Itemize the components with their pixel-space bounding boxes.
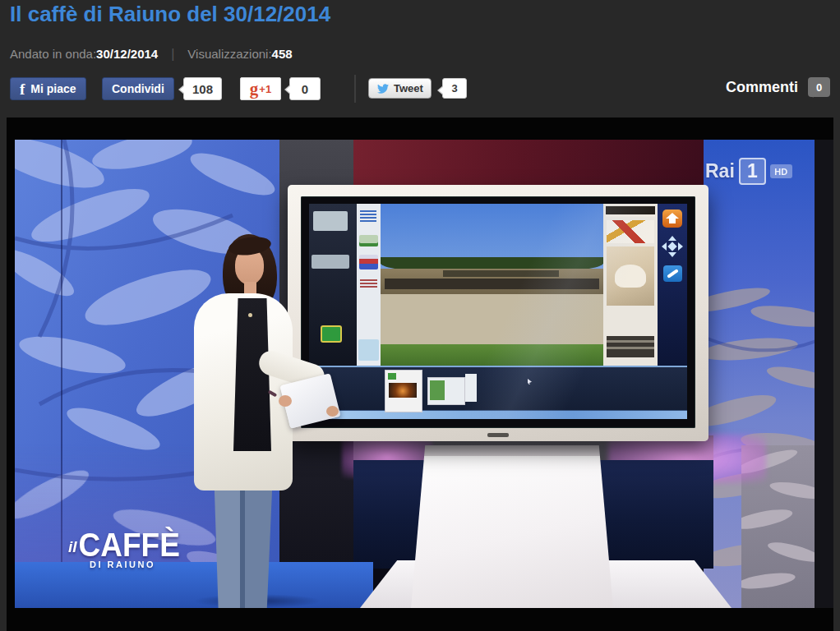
tv-cursor-pointer [528,379,532,385]
tv-sidebar-bottom-tile [358,339,379,361]
page-title: Il caffè di Raiuno del 30/12/2014 [10,2,330,27]
video-player[interactable]: il CAFFÈ DI RAIUNO Rai 1 HD [7,117,833,631]
move-arrows-icon [662,236,683,257]
show-logo: il CAFFÈ DI RAIUNO [68,531,180,569]
tv-webpage-main-row [309,204,687,366]
video-frame-studio-scene: il CAFFÈ DI RAIUNO Rai 1 HD [15,140,833,608]
metadata-separator: | [171,47,174,61]
presenter-necklace [248,313,252,317]
rai-brand-text: Rai [705,160,735,182]
photo-building-windows [385,279,598,290]
show-logo-line: il CAFFÈ [68,531,180,560]
facebook-like-label: Mi piace [30,82,76,95]
social-share-bar: f Mi piace Condividi 108 g +1 0 Tweet 3 … [10,77,830,104]
comments-label: Commenti [726,79,798,96]
presenter-hand-left [279,395,292,407]
tv-pedestal-cap [411,445,613,456]
article-header [606,206,655,217]
article-illustration [607,220,654,243]
photo-building-sign [443,270,559,277]
tweet-label: Tweet [394,82,423,94]
tv-bezel [301,196,695,428]
pencil-icon [663,265,682,282]
article-caption [607,336,654,357]
tv-train-thumbnail [359,235,378,246]
tv-screen-content [309,204,687,419]
article-photo [607,246,654,306]
presenter-jeans [210,487,276,608]
photo-gravel-ground [381,294,603,344]
tv-sidebar-text [360,278,377,289]
google-plus-one-label: +1 [259,83,271,95]
social-bar-divider [354,75,356,103]
tv-thumbnail-strip [309,367,687,410]
tweet-count[interactable]: 3 [442,78,467,99]
rai1-hd-watermark: Rai 1 HD [705,158,792,185]
google-g-icon: g [250,81,259,98]
tv-scrollbar [309,410,687,419]
tv-sidebar-column [357,204,381,366]
comments-section: Commenti 0 [726,77,830,97]
tv-weather-widget [360,209,376,222]
tv-logo-thumbnail [359,255,378,269]
facebook-icon: f [20,81,25,97]
facebook-like-button[interactable]: f Mi piace [10,77,86,100]
presenter [187,234,352,608]
hd-badge: HD [770,164,792,178]
video-metadata: Andato in onda:30/12/2014|Visualizzazion… [10,47,293,62]
home-icon [662,210,682,228]
tv-icon-rail [658,204,687,366]
views-count: 458 [272,47,293,61]
facebook-share-button[interactable]: Condividi [102,77,174,100]
presenter-hand-right [326,406,339,417]
google-plus-count[interactable]: 0 [289,77,321,100]
aired-date: 30/12/2014 [96,47,158,61]
tv-article-panel [603,204,658,366]
video-page: Il caffè di Raiuno del 30/12/2014 Andato… [0,0,840,631]
show-logo-prefix: il [68,538,79,560]
scene-right-edge [815,140,833,608]
facebook-share-label: Condividi [112,82,164,95]
aired-label: Andato in onda: [10,47,96,61]
tv-left-tile-1 [313,211,348,231]
tv-pedestal [411,445,613,608]
tv-brand-logo [487,433,509,437]
twitter-bird-icon [376,83,390,94]
comments-count-badge[interactable]: 0 [808,77,830,97]
tweet-button[interactable]: Tweet [368,78,432,99]
show-logo-title: CAFFÈ [79,530,180,561]
photo-grass [381,344,603,366]
rai-channel-1-logo: 1 [739,158,766,185]
tv-page-thumbnail-2 [427,377,465,405]
views-label: Visualizzazioni: [187,47,271,61]
facebook-share-count[interactable]: 108 [183,77,222,100]
presenter-black-top [233,298,271,451]
tv-page-thumbnail-1 [385,370,422,412]
google-plus-one-button[interactable]: g +1 [240,77,281,100]
tv-main-photo-museum [381,204,603,366]
